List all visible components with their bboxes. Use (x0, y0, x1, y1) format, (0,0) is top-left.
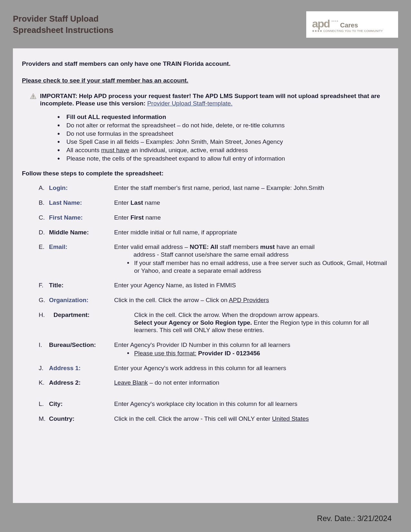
step-c: C. First Name: Enter First name (39, 214, 389, 222)
step-j: J. Address 1: Enter your Agency's work a… (39, 364, 389, 372)
step-desc: Click in the cell. Click the arrow - Thi… (114, 415, 389, 423)
logo-brand: apd (312, 17, 329, 30)
step-desc: Leave Blank – do not enter information (114, 379, 389, 387)
step-i: I. Bureau/Section: Enter Agency's Provid… (39, 341, 389, 357)
step-label: Last Name: (49, 199, 114, 207)
step-i-bullet: Please use this format: Provider ID - 01… (127, 350, 389, 357)
step-desc: Enter the staff member's first name, per… (114, 184, 389, 192)
step-e: E. Email: Enter valid email address – NO… (39, 243, 389, 274)
step-letter: B. (39, 199, 49, 207)
step-desc: Click in the cell. Click the arrow – Cli… (114, 296, 389, 304)
step-letter: F. (39, 281, 49, 289)
step-desc: Enter Last name (114, 199, 389, 207)
step-desc: Enter your Agency's work address in this… (114, 364, 389, 372)
logo-tagline: ❖❖❖❖CONNECTING YOU TO THE COMMUNITY (312, 29, 392, 33)
step-label: Bureau/Section: (49, 341, 114, 357)
step-letter: A. (39, 184, 49, 192)
step-label: Email: (49, 243, 114, 274)
step-a: A. Login: Enter the staff member's first… (39, 184, 389, 192)
step-desc: Click in the cell. Click the arrow. When… (114, 311, 389, 334)
step-desc: Enter your Agency Name, as listed in FMM… (114, 281, 389, 289)
rule-item: Do not alter or reformat the spreadsheet… (57, 122, 389, 129)
step-label: Address 2: (49, 379, 114, 387)
important-notice: IMPORTANT: Help APD process your request… (22, 92, 389, 108)
revision-date: Rev. Date.: 3/21/2024 (317, 514, 392, 523)
step-desc: Enter valid email address – NOTE: All st… (114, 243, 389, 274)
step-b: B. Last Name: Enter Last name (39, 199, 389, 207)
step-letter: I. (39, 341, 49, 357)
step-k: K. Address 2: Leave Blank – do not enter… (39, 379, 389, 387)
step-letter: C. (39, 214, 49, 222)
steps-list: A. Login: Enter the staff member's first… (22, 184, 389, 422)
step-desc: Enter Agency's workplace city location i… (114, 400, 389, 408)
step-letter: G. (39, 296, 49, 304)
check-account-link[interactable]: Please check to see if your staff member… (22, 77, 188, 84)
step-e-bullet: If your staff member has no email addres… (127, 259, 389, 275)
template-link[interactable]: Provider Upload Staff-template. (147, 100, 233, 107)
rule-item: Do not use formulas in the spreadsheet (57, 130, 389, 138)
page-body: Providers and staff members can only hav… (13, 48, 398, 503)
step-desc: Enter middle initial or full name, if ap… (114, 229, 389, 236)
rule-item: All accounts must have an individual, un… (57, 146, 389, 154)
rule-item: Fill out ALL requested information (57, 113, 389, 121)
intro-text: Providers and staff members can only hav… (22, 60, 389, 68)
logo-main: apd ●●●● Cares (312, 17, 392, 30)
step-label: Login: (49, 184, 114, 192)
step-label: Organization: (49, 296, 114, 304)
important-text: IMPORTANT: Help APD process your request… (40, 92, 389, 108)
step-label: City: (49, 400, 114, 408)
header-bar: Provider Staff Upload Spreadsheet Instru… (13, 8, 398, 41)
document-title: Provider Staff Upload Spreadsheet Instru… (13, 13, 113, 36)
title-line-2: Spreadsheet Instructions (13, 25, 113, 36)
step-letter: J. (39, 364, 49, 372)
rules-list: Fill out ALL requested information Do no… (22, 113, 389, 163)
step-m: M. Country: Click in the cell. Click the… (39, 415, 389, 423)
step-letter: E. (39, 243, 49, 274)
svg-rect-1 (33, 97, 34, 98)
warning-icon (30, 93, 37, 100)
step-label: Address 1: (49, 364, 114, 372)
logo-dots-icon: ●●●● (331, 20, 339, 22)
step-label: Country: (49, 415, 114, 423)
rule-item: Please note, the cells of the spreadshee… (57, 155, 389, 163)
step-label: Title: (49, 281, 114, 289)
step-g: G. Organization: Click in the cell. Clic… (39, 296, 389, 304)
step-letter: M. (39, 415, 49, 423)
logo-sub: Cares (340, 22, 358, 29)
step-desc: Enter First name (114, 214, 389, 222)
step-letter: K. (39, 379, 49, 387)
step-d: D. Middle Name: Enter middle initial or … (39, 229, 389, 236)
logo: apd ●●●● Cares ❖❖❖❖CONNECTING YOU TO THE… (306, 11, 398, 38)
step-letter: H. (39, 311, 49, 334)
follow-heading: Follow these steps to complete the sprea… (22, 170, 389, 177)
title-line-1: Provider Staff Upload (13, 13, 113, 25)
step-letter: D. (39, 229, 49, 236)
step-label: Middle Name: (49, 229, 114, 236)
step-label: First Name: (49, 214, 114, 222)
step-label: Department: (49, 311, 114, 334)
step-l: L. City: Enter Agency's workplace city l… (39, 400, 389, 408)
rule-item: Use Spell Case in all fields – Examples:… (57, 138, 389, 146)
step-letter: L. (39, 400, 49, 408)
svg-rect-0 (33, 95, 34, 97)
step-f: F. Title: Enter your Agency Name, as lis… (39, 281, 389, 289)
step-desc: Enter Agency's Provider ID Number in thi… (114, 341, 389, 357)
step-h: H. Department: Click in the cell. Click … (39, 311, 389, 334)
